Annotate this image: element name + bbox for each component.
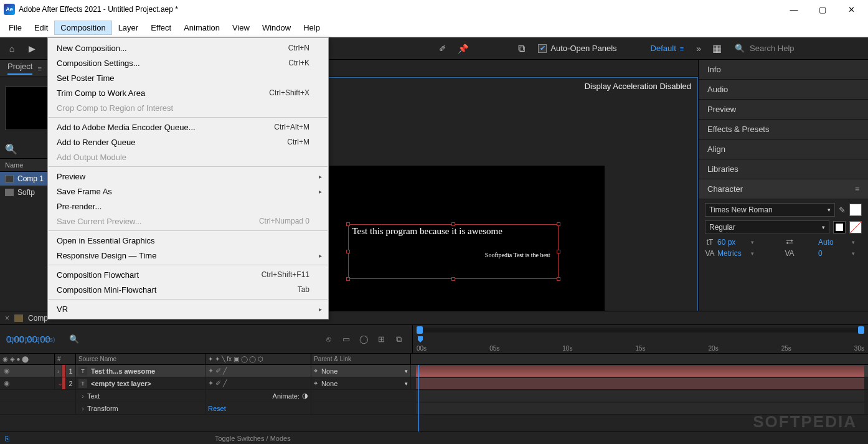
auto-open-checkbox[interactable]: ✔ [538, 44, 547, 53]
expand-icon[interactable]: › [57, 367, 60, 375]
menu-item[interactable]: Responsive Design — Time▸ [48, 248, 328, 263]
close-tab-icon[interactable]: × [5, 314, 9, 323]
parent-dropdown[interactable]: None [321, 367, 337, 375]
menu-item: Save Current Preview...Ctrl+Numpad 0 [48, 214, 328, 229]
menu-item[interactable]: Pre-render... [48, 199, 328, 214]
menu-item[interactable]: VR▸ [48, 301, 328, 316]
panel-effects[interactable]: Effects & Presets [699, 120, 868, 139]
tracking-icon: VA [763, 249, 816, 258]
toggle-switches-button[interactable]: Toggle Switches / Modes [215, 435, 291, 442]
eyedropper-icon[interactable]: ✎ [839, 205, 846, 215]
font-size-value[interactable]: 60 px [717, 238, 748, 247]
panel-preview[interactable]: Preview [699, 100, 868, 120]
menu-item[interactable]: Save Frame As▸ [48, 184, 328, 199]
menu-item[interactable]: Add to Adobe Media Encoder Queue...Ctrl+… [48, 120, 328, 135]
project-search-icon[interactable]: 🔍 [5, 143, 17, 155]
layer-bar[interactable] [416, 378, 864, 389]
menu-layer[interactable]: Layer [112, 21, 145, 35]
maximize-button[interactable]: ▢ [808, 0, 837, 19]
menu-composition[interactable]: Composition [54, 21, 111, 35]
kerning-value[interactable]: Metrics [717, 249, 748, 258]
menu-item[interactable]: Open in Essential Graphics [48, 233, 328, 248]
menu-help[interactable]: Help [297, 21, 326, 35]
tl-icon[interactable]: ⊞ [374, 333, 389, 346]
work-area-start[interactable] [417, 326, 423, 334]
menu-item[interactable]: Preview▸ [48, 169, 328, 184]
snapping-icon[interactable]: ⧉ [512, 40, 531, 57]
panel-grid-icon[interactable]: ▦ [707, 40, 726, 57]
search-help[interactable]: 🔍 Search Help [735, 44, 866, 53]
menu-item[interactable]: Add to Render QueueCtrl+M [48, 135, 328, 149]
menu-view[interactable]: View [226, 21, 256, 35]
layer-bar[interactable] [416, 366, 864, 377]
comp-icon [5, 175, 14, 182]
reset-link[interactable]: Reset [208, 405, 226, 412]
search-icon: 🔍 [735, 44, 745, 53]
menu-animation[interactable]: Animation [177, 21, 226, 35]
minimize-button[interactable]: — [780, 0, 808, 19]
search-placeholder: Search Help [750, 44, 795, 53]
visibility-icon[interactable]: ◉ [2, 367, 11, 375]
stroke-color-swatch[interactable] [833, 221, 846, 234]
home-tool-icon[interactable]: ⌂ [2, 40, 21, 57]
work-area-end[interactable] [858, 326, 864, 334]
timeline-search-icon[interactable]: 🔍 [69, 334, 79, 344]
timeline-tab[interactable]: Comp [28, 314, 48, 323]
leading-icon: ⮂ [763, 238, 816, 247]
panel-audio[interactable]: Audio [699, 80, 868, 100]
timeline-footer-icon[interactable]: ⎘ [5, 435, 9, 442]
parent-dropdown[interactable]: None [321, 380, 337, 387]
text-layer-2[interactable]: Sooftpedia Test is the best [349, 252, 558, 258]
selection-tool-icon[interactable]: ▶ [22, 40, 41, 57]
tl-icon[interactable]: ⧉ [391, 333, 406, 346]
app-logo: Ae [4, 4, 15, 15]
menu-item[interactable]: Composition Settings...Ctrl+K [48, 55, 328, 70]
tl-icon[interactable]: ⎋ [321, 333, 336, 346]
font-style-dropdown[interactable]: Regular▾ [705, 220, 829, 234]
panel-menu-icon[interactable]: ≡ [855, 185, 859, 194]
comp-icon [14, 314, 23, 322]
workspace-selector[interactable]: Default≡ [651, 44, 684, 53]
menu-item[interactable]: Set Poster Time [48, 70, 328, 85]
font-size-icon: tT [705, 238, 715, 247]
fill-color-swatch[interactable] [849, 204, 862, 216]
tl-icon[interactable]: ▭ [339, 333, 354, 346]
panel-align[interactable]: Align [699, 139, 868, 159]
no-color-swatch[interactable] [849, 221, 862, 234]
text-layer-1[interactable]: Test this program because it is awesome [349, 225, 558, 238]
menu-edit[interactable]: Edit [28, 21, 54, 35]
timeline-panel: × Comp 0;00;00;00 🔍 ⎋ ▭ ◯ ⊞ ⧉ 00000 (29.… [0, 311, 868, 444]
text-layer-icon: T [78, 367, 87, 376]
animate-menu-icon[interactable]: ◑ [302, 392, 308, 400]
brush-tool-icon[interactable]: ✐ [433, 40, 452, 57]
titlebar: Ae Adobe After Effects 2021 - Untitled P… [0, 0, 868, 19]
playhead-line[interactable] [418, 365, 419, 432]
panel-info[interactable]: Info [699, 60, 868, 80]
layer-color[interactable] [62, 377, 65, 389]
overflow-icon[interactable]: » [696, 44, 701, 54]
menu-item[interactable]: Composition FlowchartCtrl+Shift+F11 [48, 267, 328, 282]
frame-rate-label: 00000 (29.97 fps) [6, 336, 55, 343]
tl-icon[interactable]: ◯ [356, 333, 371, 346]
menu-file[interactable]: File [2, 21, 28, 35]
menu-effect[interactable]: Effect [144, 21, 177, 35]
menu-item[interactable]: Trim Comp to Work AreaCtrl+Shift+X [48, 85, 328, 100]
menu-window[interactable]: Window [256, 21, 297, 35]
tracking-value[interactable]: 0 [818, 249, 849, 258]
leading-value[interactable]: Auto [818, 238, 849, 247]
kerning-icon: VA [705, 249, 715, 258]
parent-pickwhip-icon[interactable]: ⌖ [314, 379, 318, 387]
window-title: Adobe After Effects 2021 - Untitled Proj… [19, 5, 178, 14]
visibility-icon[interactable]: ◉ [2, 379, 11, 387]
close-button[interactable]: ✕ [837, 0, 866, 19]
menu-item[interactable]: New Composition...Ctrl+N [48, 40, 328, 55]
font-family-dropdown[interactable]: Times New Roman▾ [705, 203, 835, 217]
layer-color[interactable] [62, 365, 65, 377]
pin-tool-icon[interactable]: 📌 [453, 40, 472, 57]
panel-character[interactable]: Character≡ [699, 179, 868, 199]
text-layer-bounds[interactable]: Test this program because it is awesome … [348, 224, 559, 279]
menu-item[interactable]: Composition Mini-FlowchartTab [48, 282, 328, 297]
time-ruler[interactable]: 00s05s10s15s20s25s30s [412, 325, 868, 353]
panel-libraries[interactable]: Libraries [699, 159, 868, 179]
parent-pickwhip-icon[interactable]: ⌖ [314, 367, 318, 375]
